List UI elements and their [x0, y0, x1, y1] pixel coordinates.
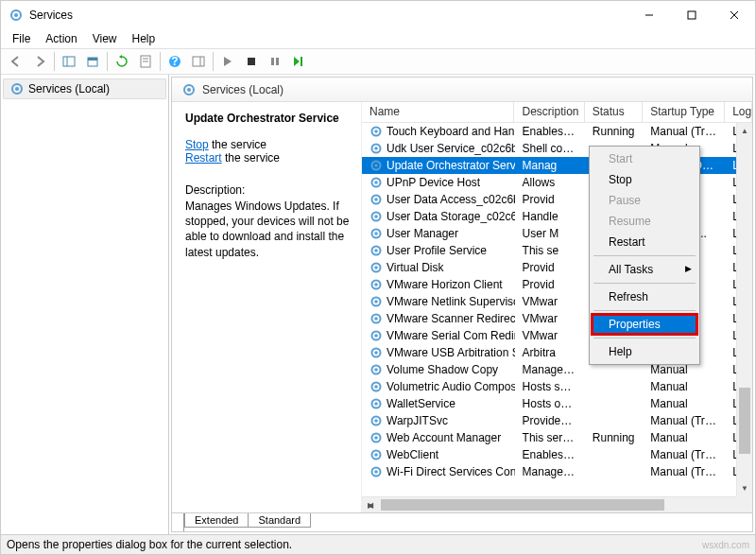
service-row[interactable]: Touch Keyboard and Handw...Enables Tou..…: [362, 123, 752, 140]
menu-file[interactable]: File: [5, 30, 38, 47]
svg-point-62: [374, 436, 378, 440]
minimize-button[interactable]: [627, 1, 670, 29]
menu-properties[interactable]: Properties: [591, 313, 698, 336]
service-name: Virtual Disk: [387, 261, 443, 274]
gear-icon: [369, 244, 383, 257]
svg-point-46: [374, 300, 378, 304]
forward-button[interactable]: [28, 50, 51, 73]
service-row[interactable]: Wi-Fi Direct Services Connec...Manages c…: [362, 463, 752, 480]
column-header-startup[interactable]: Startup Type: [643, 102, 725, 122]
tree-root-label: Services (Local): [28, 82, 110, 95]
scroll-thumb[interactable]: [739, 388, 750, 454]
maximize-button[interactable]: [670, 1, 713, 29]
service-name: Update Orchestrator Service: [387, 159, 515, 172]
svg-point-22: [15, 87, 19, 91]
service-description: VMwar: [515, 329, 585, 342]
services-icon: [9, 81, 25, 96]
menu-refresh[interactable]: Refresh: [592, 286, 697, 307]
service-row[interactable]: Web Account ManagerThis service i...Runn…: [362, 429, 752, 446]
svg-point-52: [374, 351, 378, 355]
svg-point-58: [374, 402, 378, 406]
description-label: Description:: [185, 183, 353, 197]
service-description: Manag: [515, 159, 585, 172]
service-row[interactable]: WalletServiceHosts object...ManualLoc: [362, 395, 752, 412]
scroll-right-arrow[interactable]: ▶: [362, 497, 378, 512]
svg-point-60: [374, 419, 378, 423]
statusbar: Opens the properties dialog box for the …: [1, 534, 755, 554]
service-row[interactable]: WarpJITSvcProvides a JI...Manual (Trigg.…: [362, 412, 752, 429]
svg-rect-19: [276, 58, 279, 65]
description-text: Manages Windows Updates. If stopped, you…: [185, 199, 353, 260]
stop-service-button[interactable]: [240, 50, 263, 73]
service-name: VMware Scanner Redirection...: [387, 312, 515, 325]
svg-point-66: [374, 470, 378, 474]
export-button[interactable]: [81, 50, 104, 73]
service-name: WalletService: [387, 397, 455, 410]
service-row[interactable]: WebClientEnables Win...Manual (Trigg...L…: [362, 446, 752, 463]
menu-action[interactable]: Action: [38, 30, 84, 47]
column-header-description[interactable]: Description: [514, 102, 584, 122]
service-detail-pane: Update Orchestrator Service Stop the ser…: [172, 102, 361, 512]
tab-extended[interactable]: Extended: [184, 513, 249, 528]
back-button[interactable]: [5, 50, 27, 73]
vertical-scrollbar[interactable]: ▲ ▼: [736, 123, 752, 496]
service-description: Provid: [515, 278, 585, 291]
list-header: Name Description Status Startup Type Log: [362, 102, 752, 123]
column-header-name[interactable]: Name: [362, 102, 514, 122]
svg-rect-17: [248, 58, 255, 65]
service-name: UPnP Device Host: [387, 176, 480, 189]
column-header-status[interactable]: Status: [585, 102, 644, 122]
scroll-up-arrow[interactable]: ▲: [737, 123, 752, 139]
tab-standard[interactable]: Standard: [248, 513, 311, 528]
tree-root-services-local[interactable]: Services (Local): [3, 78, 166, 99]
scroll-thumb-h[interactable]: [381, 499, 664, 511]
pause-service-button[interactable]: [264, 50, 286, 73]
action-pane-button[interactable]: [187, 50, 210, 73]
app-icon: [9, 8, 24, 23]
start-service-button[interactable]: [216, 50, 239, 73]
service-startup-type: Manual: [643, 363, 725, 376]
results-pane: Services (Local) Update Orchestrator Ser…: [171, 77, 753, 532]
service-name: VMware Netlink Supervisor ...: [387, 295, 515, 308]
service-name: WarpJITSvc: [387, 414, 448, 427]
service-name: Volumetric Audio Composit...: [387, 380, 515, 393]
close-button[interactable]: [713, 1, 755, 29]
menu-restart[interactable]: Restart: [592, 232, 697, 252]
menu-resume: Resume: [592, 211, 697, 232]
gear-icon: [369, 278, 383, 291]
menubar: File Action View Help: [1, 29, 755, 48]
service-name: Udk User Service_c02c6b: [387, 142, 515, 155]
scroll-down-arrow[interactable]: ▼: [737, 480, 752, 496]
show-hide-tree-button[interactable]: [58, 50, 80, 73]
menu-all-tasks[interactable]: All Tasks▶: [592, 259, 697, 280]
restart-service-link[interactable]: Restart: [185, 151, 222, 165]
svg-point-40: [374, 249, 378, 252]
svg-point-24: [187, 88, 191, 92]
console-tree[interactable]: Services (Local): [1, 75, 169, 534]
menu-help[interactable]: Help: [125, 30, 163, 47]
service-description: Manages ...: [515, 363, 585, 376]
service-name: User Data Storage_c02c6b: [387, 210, 515, 223]
column-header-logon[interactable]: Log: [725, 102, 752, 122]
svg-rect-3: [688, 11, 696, 19]
menu-view[interactable]: View: [85, 30, 125, 47]
service-description: Manages co...: [515, 465, 585, 478]
service-description: VMwar: [515, 312, 585, 325]
services-list[interactable]: Name Description Status Startup Type Log…: [361, 102, 752, 512]
help-toolbar-button[interactable]: ?: [163, 50, 186, 73]
service-row[interactable]: Volumetric Audio Composit...Hosts spatia…: [362, 378, 752, 395]
restart-service-button[interactable]: [287, 50, 310, 73]
gear-icon: [369, 125, 383, 138]
gear-icon: [369, 329, 383, 342]
service-description: Provid: [515, 193, 585, 206]
service-name: Wi-Fi Direct Services Connec...: [387, 465, 515, 478]
horizontal-scrollbar[interactable]: ◀ ▶: [362, 496, 736, 512]
menu-stop[interactable]: Stop: [592, 169, 697, 190]
service-description: Arbitra: [515, 346, 585, 359]
stop-service-link[interactable]: Stop: [185, 138, 209, 151]
menu-help[interactable]: Help: [592, 341, 697, 362]
refresh-button[interactable]: [111, 50, 133, 73]
gear-icon: [369, 448, 383, 461]
properties-toolbar-button[interactable]: [134, 50, 157, 73]
statusbar-text: Opens the properties dialog box for the …: [7, 538, 292, 551]
